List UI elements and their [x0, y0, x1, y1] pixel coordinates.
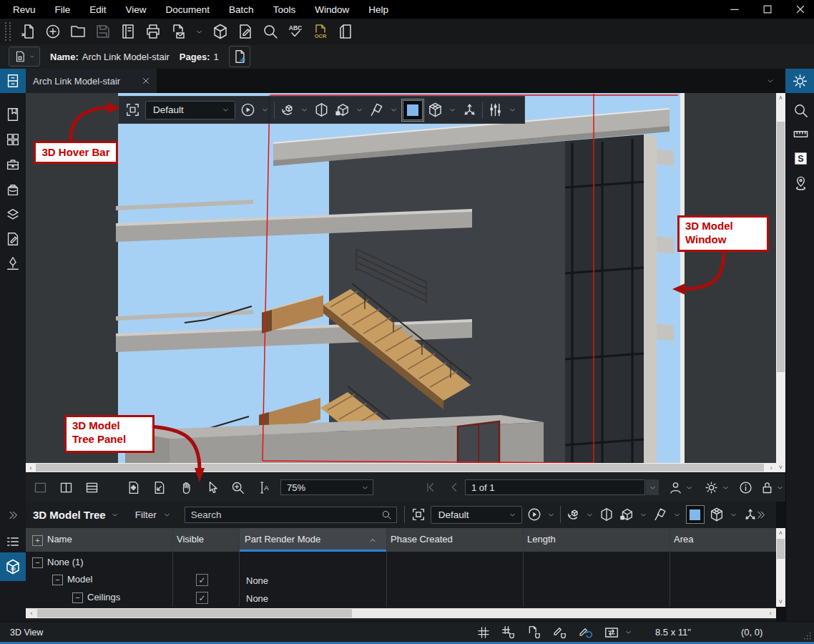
- toolbar-overflow-icon[interactable]: [755, 509, 766, 520]
- lock-icon[interactable]: [760, 480, 775, 495]
- scrollbar-thumb[interactable]: [37, 609, 352, 618]
- measure-ruler-icon[interactable]: [792, 125, 809, 142]
- page-number-input[interactable]: [465, 479, 645, 495]
- chevron-down-icon[interactable]: [775, 483, 785, 492]
- settings-sliders-icon[interactable]: [487, 102, 504, 118]
- collapse-node-icon[interactable]: −: [32, 557, 43, 568]
- menu-tools[interactable]: Tools: [273, 4, 296, 15]
- fit-view-icon[interactable]: [411, 507, 426, 522]
- column-header-length[interactable]: Length: [527, 534, 556, 545]
- document-tab[interactable]: Arch Link Model-stair: [26, 69, 157, 93]
- chevron-down-icon[interactable]: [448, 105, 457, 114]
- signature-icon[interactable]: [4, 255, 21, 272]
- pan-hand-icon[interactable]: [179, 480, 194, 495]
- filter-label[interactable]: Filter: [135, 509, 157, 520]
- 3d-box-icon[interactable]: [212, 23, 229, 40]
- search-icon[interactable]: [262, 23, 279, 40]
- export-email-icon[interactable]: [170, 23, 187, 40]
- fit-view-icon[interactable]: [124, 102, 141, 118]
- markup-reuse-icon[interactable]: [578, 625, 593, 640]
- snap-grid-icon[interactable]: [501, 625, 516, 640]
- main-horizontal-scrollbar[interactable]: ‹ ›: [26, 463, 776, 472]
- play-animation-icon[interactable]: [526, 507, 542, 522]
- menu-edit[interactable]: Edit: [89, 4, 106, 15]
- sets-location-icon[interactable]: [792, 174, 809, 191]
- pan-page-icon[interactable]: [126, 480, 141, 495]
- expand-all-icon[interactable]: +: [32, 535, 43, 546]
- axis-icon[interactable]: [461, 102, 478, 118]
- chevron-down-icon[interactable]: [300, 105, 309, 114]
- view-preset-select[interactable]: Default: [145, 101, 235, 119]
- column-header-area[interactable]: Area: [674, 534, 693, 545]
- new-document-icon[interactable]: [19, 23, 36, 40]
- chevron-down-icon[interactable]: [624, 628, 633, 637]
- minimize-icon[interactable]: [728, 3, 741, 16]
- tool-chest-icon[interactable]: [4, 156, 21, 173]
- menu-file[interactable]: File: [55, 4, 71, 15]
- chevron-down-icon[interactable]: [546, 510, 556, 519]
- scrollbar-thumb[interactable]: [777, 122, 785, 372]
- chevron-down-icon[interactable]: [672, 510, 682, 519]
- toolbar-drag-handle[interactable]: [5, 22, 11, 41]
- menu-help[interactable]: Help: [368, 4, 388, 15]
- cross-section-icon[interactable]: [599, 507, 614, 522]
- render-mode-icon[interactable]: [368, 102, 385, 118]
- visible-checkbox[interactable]: ✓: [196, 574, 208, 586]
- maximize-icon[interactable]: [761, 3, 774, 16]
- chevron-down-icon[interactable]: [508, 105, 517, 114]
- file-cabinet-tile[interactable]: [0, 69, 26, 93]
- 3d-model-tree-tile[interactable]: [0, 552, 26, 581]
- column-header-name[interactable]: Name: [47, 534, 72, 545]
- open-folder-icon[interactable]: [69, 23, 87, 40]
- table-row[interactable]: − None (1): [26, 554, 776, 571]
- orbit-icon[interactable]: [565, 507, 581, 522]
- scroll-up-icon[interactable]: ˄: [776, 94, 785, 102]
- zoom-in-icon[interactable]: [230, 480, 245, 495]
- tab-close-icon[interactable]: [141, 76, 151, 86]
- main-vertical-scrollbar[interactable]: ˄ ˅: [776, 93, 785, 472]
- chevron-down-icon[interactable]: [729, 510, 738, 519]
- thumbnails-icon[interactable]: [4, 131, 21, 148]
- tab-list-chevron-icon[interactable]: [765, 76, 775, 86]
- tree-vertical-scrollbar[interactable]: ˄ ˅: [776, 528, 785, 607]
- split-vertical-icon[interactable]: [59, 480, 74, 495]
- panel-book-icon[interactable]: [119, 23, 137, 40]
- 3d-model-window[interactable]: [26, 93, 776, 463]
- add-circle-icon[interactable]: [44, 23, 62, 40]
- background-color-swatch[interactable]: [403, 100, 423, 120]
- layers-icon[interactable]: [4, 206, 21, 223]
- scroll-down-icon[interactable]: ˅: [776, 598, 785, 605]
- scrollbar-thumb[interactable]: [36, 464, 764, 472]
- spellcheck-icon[interactable]: [287, 23, 304, 40]
- properties-gear-tile[interactable]: [785, 69, 814, 93]
- document-type-dropdown[interactable]: [9, 47, 40, 67]
- chevron-down-icon[interactable]: [355, 105, 364, 114]
- filter-chevron-icon[interactable]: [162, 510, 172, 519]
- chevron-down-icon[interactable]: [389, 105, 398, 114]
- info-icon[interactable]: [738, 480, 753, 495]
- model-views-icon[interactable]: [709, 507, 725, 522]
- brightness-icon[interactable]: [704, 480, 719, 495]
- chevron-down-icon[interactable]: [260, 105, 270, 114]
- print-icon[interactable]: [144, 23, 162, 40]
- profile-icon[interactable]: [668, 480, 683, 495]
- collapse-node-icon[interactable]: −: [52, 575, 63, 585]
- scroll-down-icon[interactable]: ˅: [776, 464, 785, 471]
- chevron-down-icon[interactable]: [585, 510, 594, 519]
- panel-title-chevron-icon[interactable]: [110, 510, 119, 519]
- expand-panel-icon[interactable]: [6, 508, 20, 522]
- isolate-cube-icon[interactable]: [334, 102, 350, 118]
- page-select-chevron-icon[interactable]: [646, 479, 659, 495]
- scrollbar-thumb[interactable]: [777, 539, 785, 559]
- menu-document[interactable]: Document: [166, 4, 210, 15]
- close-icon[interactable]: [794, 3, 807, 16]
- markup-list-icon[interactable]: [4, 230, 21, 248]
- model-views-icon[interactable]: [427, 102, 443, 118]
- sync-views-icon[interactable]: [604, 625, 619, 640]
- render-mode-value[interactable]: None: [246, 575, 268, 586]
- view-preset-select[interactable]: Default: [431, 506, 522, 524]
- scroll-right-icon[interactable]: ›: [767, 608, 774, 618]
- markup-list-panel-icon[interactable]: [4, 533, 21, 550]
- ocr-icon[interactable]: [312, 23, 329, 40]
- resize-grip-icon[interactable]: [801, 630, 813, 641]
